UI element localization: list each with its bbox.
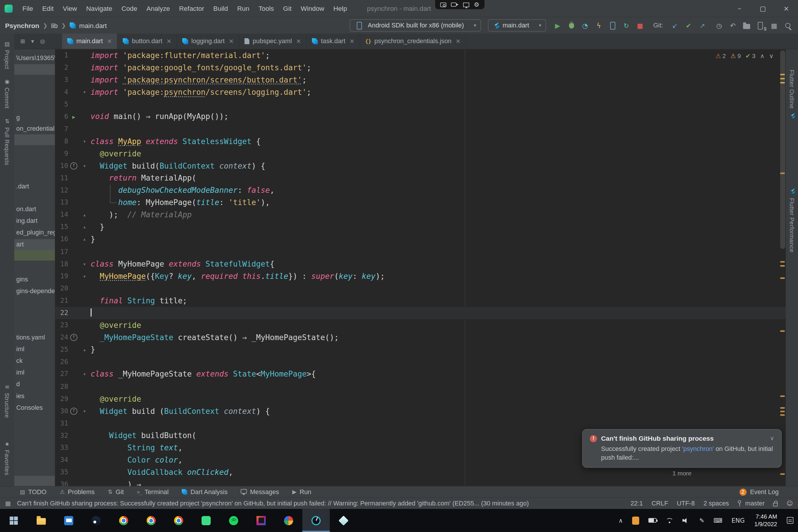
- fold-icon[interactable]: ▴: [79, 209, 90, 221]
- caret-position[interactable]: 22:1: [631, 500, 643, 507]
- menu-edit[interactable]: Edit: [38, 0, 58, 17]
- tray-volume[interactable]: [678, 509, 695, 532]
- toolwindow-problems[interactable]: ⚠Problems: [53, 488, 101, 495]
- tab-logging.dart[interactable]: logging.dart×: [177, 34, 240, 49]
- menu-run[interactable]: Run: [232, 0, 254, 17]
- tool-stripe-commit-tool[interactable]: ◉Commit: [0, 78, 14, 109]
- fold-icon[interactable]: ▾: [79, 135, 90, 148]
- indent-setting[interactable]: 2 spaces: [703, 500, 729, 507]
- taskbar-mail[interactable]: [55, 509, 82, 532]
- project-panel[interactable]: \Users\19365\gon_credential.darton.darti…: [14, 49, 55, 486]
- project-tree-item[interactable]: iml: [14, 344, 55, 355]
- layout-inspector-icon[interactable]: ▦: [769, 20, 779, 31]
- debug-icon[interactable]: [566, 20, 576, 31]
- devtools-icon[interactable]: [608, 20, 618, 31]
- close-icon[interactable]: ×: [107, 38, 112, 45]
- fold-icon[interactable]: ▴: [79, 221, 90, 233]
- project-tree-item[interactable]: Consoles: [14, 402, 55, 413]
- tray-wifi[interactable]: [661, 509, 678, 532]
- taskbar-steam[interactable]: [82, 509, 110, 532]
- menu-analyze[interactable]: Analyze: [142, 0, 174, 17]
- taskbar-explorer[interactable]: [27, 509, 55, 532]
- toolwindow-messages[interactable]: Messages: [234, 488, 286, 495]
- tray-pen[interactable]: ✎: [695, 509, 709, 532]
- taskbar-android-studio[interactable]: [302, 509, 329, 532]
- overriding-method-icon[interactable]: [68, 160, 79, 172]
- scrollbar[interactable]: [780, 49, 786, 486]
- project-tree-item[interactable]: ies: [14, 391, 55, 402]
- camera-icon[interactable]: [440, 2, 446, 7]
- menu-view[interactable]: View: [58, 0, 82, 17]
- breadcrumb-item[interactable]: lib: [51, 22, 58, 29]
- scrollbar-thumb[interactable]: [780, 51, 785, 249]
- menu-tools[interactable]: Tools: [254, 0, 278, 17]
- close-icon[interactable]: ×: [166, 38, 171, 45]
- fold-icon[interactable]: ▴: [79, 233, 90, 246]
- project-tree-item[interactable]: .dart: [14, 181, 55, 192]
- menu-build[interactable]: Build: [209, 0, 233, 17]
- overriding-method-icon[interactable]: [68, 405, 79, 417]
- toolwindow-todo[interactable]: ▤TODO: [13, 488, 53, 495]
- project-structure-icon[interactable]: [741, 20, 752, 31]
- project-tree-item[interactable]: gins: [14, 274, 55, 285]
- taskbar-intellij[interactable]: [247, 509, 275, 532]
- git-branch-widget[interactable]: master: [738, 500, 765, 507]
- device-selector[interactable]: Android SDK built for x86 (mobile) ▾: [349, 19, 481, 32]
- menu-navigate[interactable]: Navigate: [82, 0, 117, 17]
- menu-help[interactable]: Help: [329, 0, 352, 17]
- run-gutter-icon[interactable]: ▶: [68, 111, 79, 123]
- project-tree-item[interactable]: art: [14, 239, 55, 250]
- errors-indicator[interactable]: ⚠2: [716, 53, 726, 59]
- tray-hidden-icons[interactable]: ∧: [614, 509, 628, 532]
- project-tree-item[interactable]: [14, 250, 55, 261]
- code-editor[interactable]: 1import 'package:flutter/material.dart';…: [55, 49, 786, 486]
- run-config-selector[interactable]: main.dart ▾: [488, 19, 546, 32]
- monitor-icon[interactable]: [463, 2, 469, 7]
- event-log-button[interactable]: 2Event Log: [739, 488, 798, 495]
- push-icon[interactable]: ↗: [697, 20, 708, 31]
- views-icon[interactable]: ⊞: [20, 38, 25, 45]
- overriding-method-icon[interactable]: [68, 331, 79, 344]
- search-everywhere-icon[interactable]: [783, 20, 793, 31]
- tab-psynchron_credentials.json[interactable]: {}psynchron_credentials.json×: [360, 34, 467, 49]
- update-project-icon[interactable]: ↙: [670, 20, 680, 31]
- project-tree-item[interactable]: ed_plugin_reg: [14, 228, 55, 238]
- file-encoding[interactable]: UTF-8: [677, 500, 695, 507]
- next-problem-indicator[interactable]: ∨: [769, 53, 774, 59]
- tab-button.dart[interactable]: button.dart×: [117, 34, 177, 49]
- notification-center[interactable]: [782, 509, 798, 532]
- clock[interactable]: 7:46 AM 1/9/2022: [749, 513, 782, 528]
- face-icon[interactable]: ☺: [786, 500, 793, 507]
- tool-stripe-flutter-outline[interactable]: Flutter Outline: [786, 70, 798, 119]
- project-tree-item[interactable]: [14, 134, 55, 145]
- warnings-indicator[interactable]: ⚠9: [730, 53, 741, 59]
- tray-epic[interactable]: [627, 509, 644, 532]
- toolwindow-dart-analysis[interactable]: Dart Analysis: [175, 488, 234, 495]
- taskbar-chrome-3[interactable]: [165, 509, 192, 532]
- line-separator[interactable]: CRLF: [651, 500, 668, 507]
- run-icon[interactable]: ▶: [552, 20, 563, 31]
- tool-stripe-project[interactable]: ▤Project: [0, 41, 14, 70]
- project-tree-item[interactable]: g: [14, 113, 55, 124]
- close-icon[interactable]: ×: [349, 38, 355, 45]
- project-tree-item[interactable]: iml: [14, 367, 55, 378]
- fold-icon[interactable]: ▴: [79, 344, 90, 356]
- fold-icon[interactable]: ▾: [79, 368, 90, 380]
- tray-keyboard[interactable]: ⌨: [709, 509, 727, 532]
- close-icon[interactable]: ×: [296, 38, 301, 45]
- fold-icon[interactable]: ▾: [79, 270, 90, 282]
- tool-switcher-icon[interactable]: ▦: [5, 500, 11, 507]
- toolwindow-terminal[interactable]: >_Terminal: [130, 488, 175, 495]
- gear-icon[interactable]: ⚙: [474, 1, 479, 7]
- fold-icon[interactable]: ▾: [79, 258, 90, 270]
- taskbar-start[interactable]: [0, 509, 27, 532]
- chevron-down-icon[interactable]: ▾: [31, 38, 34, 45]
- taskbar-color-ball[interactable]: [275, 509, 302, 532]
- language-indicator[interactable]: ENG: [727, 509, 749, 532]
- project-tree-item[interactable]: ck: [14, 356, 55, 367]
- more-notifications-link[interactable]: 1 more: [582, 470, 782, 477]
- menu-file[interactable]: File: [18, 0, 38, 17]
- tool-stripe-pull-requests[interactable]: ⇅Pull Requests: [0, 118, 14, 165]
- lock-icon[interactable]: [773, 502, 778, 506]
- tool-stripe-favorites[interactable]: ★Favorites: [0, 441, 14, 475]
